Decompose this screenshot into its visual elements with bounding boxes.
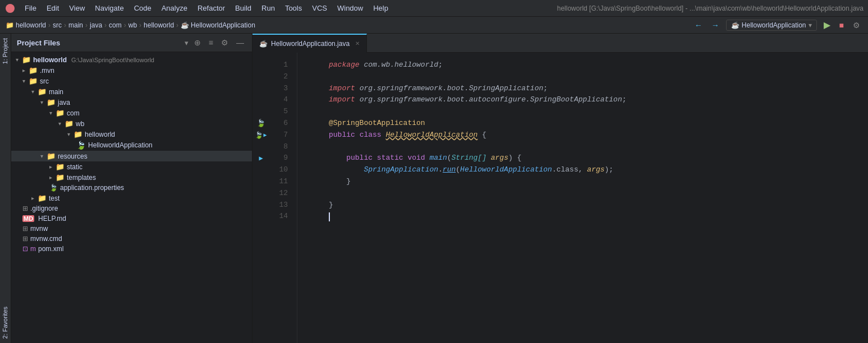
chevron-open-icon	[40, 99, 43, 105]
tree-item-src[interactable]: 📁 src	[11, 76, 252, 86]
code-line-6: @SpringBootApplication	[306, 118, 859, 129]
minimize-icon-button[interactable]: —	[234, 37, 246, 48]
pkg-name: com.wb.helloworld	[364, 59, 438, 71]
code-content[interactable]: package com.wb.helloworld; import org.sp…	[297, 53, 868, 343]
tree-item-resources[interactable]: 📁 resources	[11, 151, 252, 161]
breadcrumb-com[interactable]: com	[109, 21, 122, 29]
window-title: helloworld [G:\Java\SpringBoot\helloworl…	[557, 4, 864, 12]
run-config-label[interactable]: ☕ HelloworldApplication ▾	[726, 20, 817, 31]
breadcrumb-helloworld-pkg[interactable]: helloworld	[144, 21, 174, 29]
tree-item-gitignore[interactable]: ⊞ .gitignore	[11, 203, 252, 214]
spring-leaf-icon: 🍃	[49, 184, 58, 192]
tree-item-pom-xml[interactable]: ⊡ m pom.xml	[11, 244, 252, 254]
breadcrumb-wb[interactable]: wb	[128, 21, 137, 29]
menu-view[interactable]: View	[65, 3, 89, 13]
line-num-6: 6	[269, 118, 292, 129]
breadcrumb-right-controls: ← → ☕ HelloworldApplication ▾ ▶ ■ ⚙	[692, 18, 862, 31]
run-arrow-icon[interactable]: ▶	[259, 154, 263, 163]
tree-item-mvnw-cmd[interactable]: ⊞ mvnw.cmd	[11, 234, 252, 244]
breadcrumb-sep-5: ›	[124, 21, 126, 29]
tree-item-com[interactable]: 📁 com	[11, 108, 252, 118]
menu-refactor[interactable]: Refactor	[193, 3, 229, 13]
tree-item-helloworld-pkg[interactable]: 📁 helloworld	[11, 129, 252, 140]
param-type-9: String[]	[452, 152, 486, 164]
menu-file[interactable]: File	[20, 3, 41, 13]
tree-label-pom-xml: m	[30, 245, 36, 253]
menu-edit[interactable]: Edit	[42, 3, 63, 13]
breadcrumb-sep-7: ›	[176, 21, 178, 29]
line-numbers: 1 2 3 4 5 6 7 8 9 10 11 12 13 14	[269, 53, 297, 343]
tree-item-helloworld-app[interactable]: 🍃 HelloworldApplication	[11, 140, 252, 151]
breadcrumb-helloworld[interactable]: 📁 helloworld	[6, 21, 46, 29]
run-button[interactable]: ▶	[821, 18, 833, 31]
tree-path: G:\Java\SpringBoot\helloworld	[71, 57, 154, 63]
folder-icon: 📁	[6, 21, 14, 29]
nav-forward-button[interactable]: →	[709, 20, 722, 31]
folder-icon: 📁	[56, 173, 65, 182]
tree-label-resources: resources	[58, 152, 88, 160]
folder-icon: 📁	[56, 163, 65, 171]
menu-build[interactable]: Build	[231, 3, 256, 13]
tree-item-mvnw[interactable]: ⊞ mvnw	[11, 224, 252, 234]
tree-label-pom-xml-text: pom.xml	[38, 245, 63, 253]
code-line-13: }	[306, 200, 859, 211]
folder-icon: 📁	[47, 98, 56, 106]
tree-item-helloworld[interactable]: 📁 helloworld G:\Java\SpringBoot\hellowor…	[11, 54, 252, 65]
menu-run[interactable]: Run	[257, 3, 279, 13]
breadcrumb-src[interactable]: src	[53, 21, 62, 29]
tree-item-java[interactable]: 📁 java	[11, 97, 252, 108]
line-num-14: 14	[269, 211, 292, 223]
line-num-3: 3	[269, 83, 292, 95]
tree-item-static[interactable]: 📁 static	[11, 161, 252, 172]
xml-icon: ⊡	[22, 245, 28, 253]
dropdown-chevron-icon[interactable]: ▾	[185, 39, 189, 47]
tab-helloworld-app[interactable]: ☕ HelloworldApplication.java ✕	[252, 34, 367, 53]
menu-analyze[interactable]: Analyze	[157, 3, 192, 13]
gutter-area: 🍃 🍃▶ ▶	[252, 53, 269, 343]
code-line-10: SpringApplication.run(HelloworldApplicat…	[306, 164, 859, 176]
run-config-chevron: ▾	[809, 21, 812, 29]
menu-help[interactable]: Help	[369, 3, 393, 13]
tree-item-help-md[interactable]: MD HELP.md	[11, 214, 252, 224]
tab-close-icon[interactable]: ✕	[355, 40, 360, 47]
brace-close-11: }	[346, 176, 351, 188]
menu-vcs[interactable]: VCS	[307, 3, 332, 13]
project-side-label[interactable]: 1: Project	[0, 34, 11, 68]
settings-icon-button[interactable]: ⚙	[219, 37, 231, 48]
kw-import-4: import	[329, 94, 355, 106]
gutter-11	[252, 176, 269, 188]
tree-label-mvnw-cmd: mvnw.cmd	[30, 235, 62, 243]
code-editor: 🍃 🍃▶ ▶ 1 2 3 4 5 6 7 8 9 10	[252, 53, 868, 343]
menu-code[interactable]: Code	[130, 3, 156, 13]
tree-item-templates[interactable]: 📁 templates	[11, 172, 252, 183]
breadcrumb-sep-4: ›	[104, 21, 107, 29]
tree-item-mvn[interactable]: 📁 .mvn	[11, 65, 252, 76]
tree-item-wb[interactable]: 📁 wb	[11, 118, 252, 129]
tree-label-mvn: .mvn	[40, 67, 54, 75]
tree-item-app-properties[interactable]: 🍃 application.properties	[11, 183, 252, 193]
add-icon-button[interactable]: ⊕	[192, 37, 203, 48]
code-line-5	[306, 106, 859, 118]
menu-window[interactable]: Window	[333, 3, 368, 13]
tree-item-main[interactable]: 📁 main	[11, 86, 252, 97]
gutter-12	[252, 188, 269, 200]
stop-button[interactable]: ■	[837, 20, 846, 31]
tree-label-helloworld-pkg: helloworld	[85, 131, 115, 138]
favorites-side-label[interactable]: 2: Favorites	[0, 302, 11, 343]
breadcrumb-main[interactable]: main	[68, 21, 83, 29]
layout-icon-button[interactable]: ≡	[206, 37, 215, 48]
nav-back-button[interactable]: ←	[692, 20, 705, 31]
run-triangle-icon[interactable]: ▶	[263, 132, 267, 138]
tree-item-test[interactable]: 📁 test	[11, 193, 252, 203]
settings-button[interactable]: ⚙	[851, 20, 862, 31]
menu-navigate[interactable]: Navigate	[90, 3, 128, 13]
breadcrumb-java[interactable]: java	[90, 21, 102, 29]
folder-icon: 📁	[65, 119, 74, 128]
file-tree: 📁 helloworld G:\Java\SpringBoot\hellowor…	[11, 52, 252, 343]
chevron-open-icon	[22, 78, 25, 84]
kw-class-7: class	[360, 129, 382, 141]
gutter-9[interactable]: ▶	[252, 152, 269, 164]
class-helloworld-10: HelloworldApplication	[460, 164, 552, 176]
breadcrumb-class[interactable]: ☕ HelloworldApplication	[181, 21, 255, 29]
menu-tools[interactable]: Tools	[281, 3, 306, 13]
